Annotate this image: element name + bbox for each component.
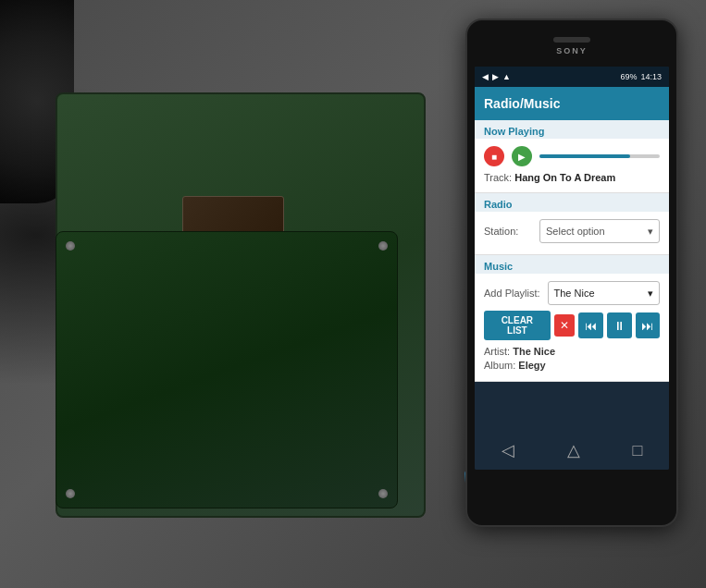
status-icon-back: ◀ <box>482 72 489 81</box>
music-controls: CLEAR LIST ✕ ⏮ ⏸ ⏭ <box>484 311 660 340</box>
station-label: Station: <box>484 226 532 237</box>
artist-value: The Nice <box>513 346 555 357</box>
album-info: Album: Elegy <box>484 360 660 371</box>
recent-nav-button[interactable]: □ <box>633 441 643 460</box>
stop-button[interactable]: ■ <box>484 146 504 166</box>
playlist-select[interactable]: The Nice ▾ <box>548 281 660 305</box>
playlist-value: The Nice <box>554 288 595 299</box>
title-bar: Radio/Music <box>475 87 669 120</box>
progress-fill <box>539 154 630 158</box>
status-wifi-icon: ▲ <box>502 72 511 81</box>
track-info: Track: Hang On To A Dream <box>484 170 660 185</box>
station-row: Station: Select option ▾ <box>484 219 660 243</box>
phone-device: SONY ◀ ▶ ▲ 69% 14:13 Radio/Music Now Pla… <box>465 18 678 527</box>
phone-speaker-grill <box>553 37 590 43</box>
playlist-dropdown-icon: ▾ <box>648 288 653 300</box>
phone-screen: ◀ ▶ ▲ 69% 14:13 Radio/Music Now Playing … <box>475 67 669 470</box>
clear-list-button[interactable]: CLEAR LIST <box>484 311 551 340</box>
now-playing-label: Now Playing <box>475 120 669 139</box>
screw-br <box>378 489 388 498</box>
play-button[interactable]: ▶ <box>512 146 532 166</box>
status-bar: ◀ ▶ ▲ 69% 14:13 <box>475 67 669 87</box>
album-label: Album: <box>484 360 515 371</box>
station-select[interactable]: Select option ▾ <box>539 219 660 243</box>
station-dropdown-icon: ▾ <box>648 226 653 238</box>
remove-button[interactable]: ✕ <box>554 314 576 337</box>
music-section: Add Playlist: The Nice ▾ CLEAR LIST ✕ ⏮ … <box>475 274 669 382</box>
clock: 14:13 <box>640 72 662 81</box>
album-value: Elegy <box>518 360 545 371</box>
artist-info: Artist: The Nice <box>484 346 660 357</box>
home-nav-button[interactable]: △ <box>567 440 580 460</box>
music-label: Music <box>475 255 669 274</box>
raspberry-pi-board <box>56 231 398 508</box>
next-button[interactable]: ⏭ <box>636 312 661 338</box>
phone-brand: SONY <box>556 46 588 55</box>
artist-label: Artist: <box>484 346 510 357</box>
playlist-row: Add Playlist: The Nice ▾ <box>484 281 660 305</box>
screw-tr <box>378 241 388 251</box>
add-playlist-label: Add Playlist: <box>484 288 540 299</box>
battery-indicator: 69% <box>620 72 637 81</box>
back-nav-button[interactable]: ◁ <box>502 440 514 460</box>
app-content: Now Playing ■ ▶ Track: Hang On To A Drea… <box>475 120 669 382</box>
playback-controls: ■ ▶ <box>484 146 660 166</box>
status-right-info: 69% 14:13 <box>620 72 662 81</box>
screw-bl <box>66 489 75 498</box>
now-playing-section: ■ ▶ Track: Hang On To A Dream <box>475 139 669 193</box>
status-icon-play: ▶ <box>492 72 499 81</box>
station-select-value: Select option <box>546 226 605 237</box>
radio-label: Radio <box>475 193 669 212</box>
prev-button[interactable]: ⏮ <box>578 312 603 338</box>
progress-bar[interactable] <box>539 154 660 158</box>
status-left-icons: ◀ ▶ ▲ <box>482 72 511 81</box>
radio-section: Station: Select option ▾ <box>475 212 669 255</box>
app-title: Radio/Music <box>484 96 560 111</box>
pause-button[interactable]: ⏸ <box>607 312 632 338</box>
track-value: Hang On To A Dream <box>514 172 615 183</box>
bottom-nav: ◁ △ □ <box>475 431 669 470</box>
screw-tl <box>66 241 75 251</box>
track-label: Track: <box>484 172 512 183</box>
